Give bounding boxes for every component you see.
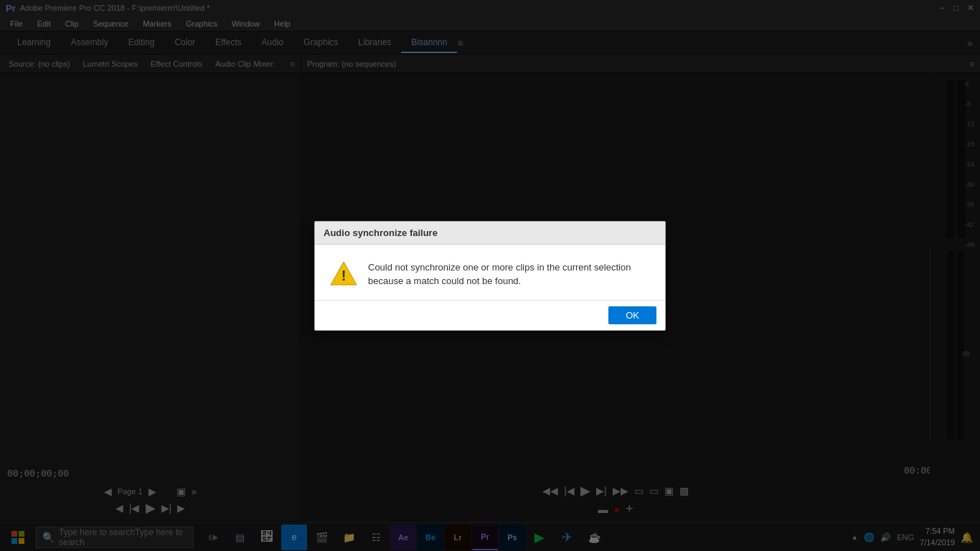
dialog: Audio synchronize failure ! Could not sy… <box>314 221 666 331</box>
svg-text:!: ! <box>341 268 347 283</box>
dialog-titlebar: Audio synchronize failure <box>315 222 665 245</box>
dialog-footer: OK <box>315 300 665 330</box>
dialog-body: ! Could not synchronize one or more clip… <box>315 245 665 300</box>
dialog-message: Could not synchronize one or more clips … <box>368 259 651 288</box>
dialog-ok-button[interactable]: OK <box>608 306 656 324</box>
dialog-title: Audio synchronize failure <box>324 227 438 238</box>
dialog-overlay: Audio synchronize failure ! Could not sy… <box>0 0 980 551</box>
dialog-warning-icon: ! <box>329 259 358 288</box>
